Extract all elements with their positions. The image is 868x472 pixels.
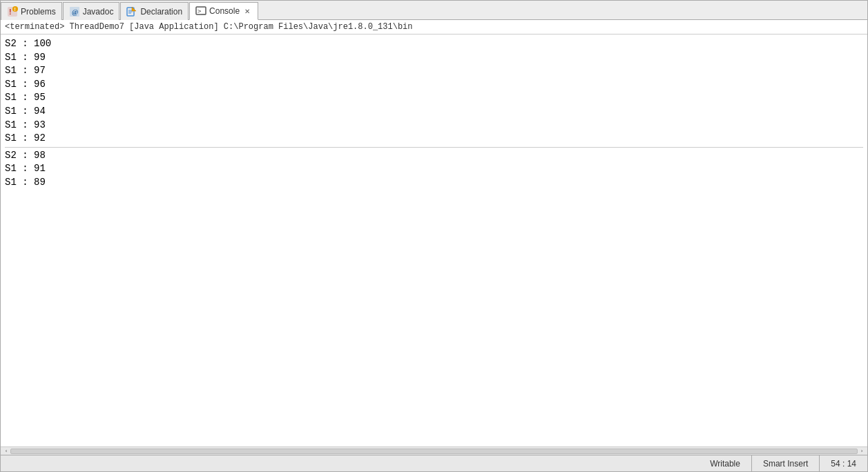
console-line: S1 : 91 [5, 162, 863, 176]
tab-declaration-label: Declaration [140, 7, 182, 17]
status-position: 54 : 14 [820, 455, 867, 471]
console-line: S1 : 92 [5, 132, 863, 146]
scroll-left-arrow[interactable]: ‹ [2, 448, 10, 455]
writable-label: Writable [710, 459, 740, 469]
console-icon: >_ [195, 6, 206, 17]
svg-text:!: ! [9, 8, 12, 16]
console-close-button[interactable]: ✕ [242, 6, 252, 16]
status-insert-mode: Smart Insert [752, 455, 820, 471]
console-header-text: <terminated> ThreadDemo7 [Java Applicati… [5, 22, 413, 32]
console-line: S2 : 100 [5, 37, 863, 51]
console-line: S2 : 98 [5, 149, 863, 163]
tab-javadoc-label: Javadoc [83, 7, 114, 17]
console-line: S1 : 95 [5, 91, 863, 105]
eclipse-panel: ! ! Problems @ Javadoc [0, 0, 868, 472]
console-line: S1 : 99 [5, 51, 863, 65]
console-line: S1 : 94 [5, 105, 863, 119]
tab-problems-label: Problems [21, 7, 56, 17]
tab-javadoc[interactable]: @ Javadoc [63, 2, 120, 20]
problems-icon: ! ! [7, 6, 18, 17]
javadoc-icon: @ [69, 6, 80, 17]
tab-console-label: Console [209, 6, 240, 16]
console-output: S2 : 100S1 : 99S1 : 97S1 : 96S1 : 95S1 :… [1, 35, 867, 446]
svg-text:>_: >_ [197, 8, 205, 14]
hscroll-bar[interactable]: ‹ › [1, 446, 867, 455]
insert-mode-label: Smart Insert [763, 459, 808, 469]
console-line: S1 : 96 [5, 78, 863, 92]
svg-text:@: @ [72, 8, 78, 16]
tab-console[interactable]: >_ Console ✕ [189, 2, 258, 20]
tab-problems[interactable]: ! ! Problems [1, 2, 62, 20]
tab-bar: ! ! Problems @ Javadoc [1, 1, 867, 20]
scroll-right-arrow[interactable]: › [858, 448, 866, 455]
console-line: S1 : 93 [5, 119, 863, 132]
hscroll-track[interactable] [10, 449, 858, 454]
console-header: <terminated> ThreadDemo7 [Java Applicati… [1, 20, 867, 35]
status-bar: Writable Smart Insert 54 : 14 [1, 455, 867, 471]
console-line: S1 : 89 [5, 176, 863, 190]
status-writable: Writable [699, 455, 752, 471]
console-line: S1 : 97 [5, 64, 863, 78]
svg-text:!: ! [15, 7, 16, 12]
declaration-icon [126, 6, 137, 17]
console-divider [5, 147, 863, 148]
tab-declaration[interactable]: Declaration [120, 2, 189, 20]
position-label: 54 : 14 [831, 459, 856, 469]
